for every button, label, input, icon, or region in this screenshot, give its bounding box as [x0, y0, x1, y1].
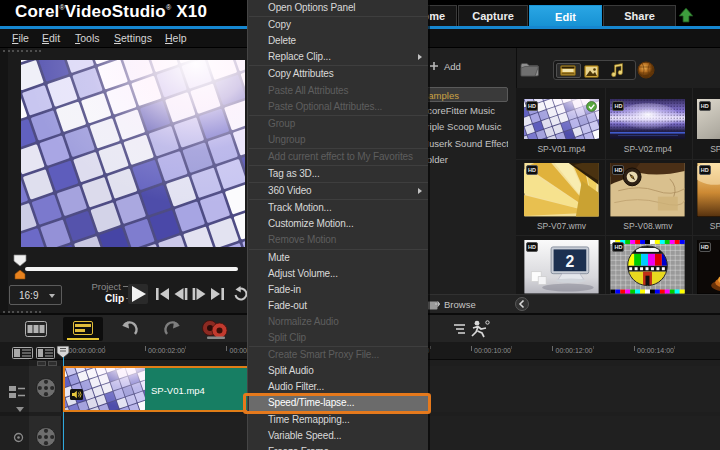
context-menu-item[interactable]: Tag as 3D...: [249, 166, 428, 182]
play-mode-clip[interactable]: Clip: [0, 293, 124, 304]
overlay-track-header[interactable]: [29, 416, 62, 450]
context-menu-item[interactable]: Open Options Panel: [249, 0, 428, 16]
context-menu-item[interactable]: Adjust Volume...: [249, 266, 428, 282]
ruler-tick: [185, 346, 186, 349]
home-button[interactable]: [156, 288, 169, 300]
menubar-item-help[interactable]: Help: [165, 32, 187, 44]
ripple-edit-icon[interactable]: [13, 432, 24, 443]
menubar-item-edit[interactable]: Edit: [42, 32, 60, 44]
hd-badge: HD: [526, 165, 538, 175]
library-folder-2[interactable]: ScoreFitter Music: [417, 103, 508, 118]
track-shrink-button[interactable]: [37, 361, 46, 366]
play-mode-project[interactable]: Project: [0, 281, 121, 292]
ruler-tick: [104, 346, 105, 349]
menu-item-label: Audio Filter...: [268, 381, 324, 392]
context-menu-item[interactable]: Split Audio: [249, 363, 428, 379]
menu-item-label: Paste Optional Attributes...: [268, 101, 382, 112]
track-list-icon[interactable]: [12, 347, 33, 359]
context-menu-item[interactable]: Freeze Frame: [249, 444, 428, 450]
audio-filter-button[interactable]: [610, 62, 625, 82]
panel-drag-handle[interactable]: [3, 50, 41, 52]
context-menu-item[interactable]: Fade-in: [249, 282, 428, 298]
context-menu-item[interactable]: Customize Motion...: [249, 216, 428, 232]
context-menu-item[interactable]: Copy: [249, 17, 428, 33]
trim-start-handle[interactable]: [14, 270, 26, 280]
chevron-down-icon[interactable]: [16, 407, 24, 412]
menubar-item-file[interactable]: File: [12, 32, 29, 44]
context-menu-item[interactable]: Mute: [249, 250, 428, 266]
previous-frame-button[interactable]: [174, 288, 188, 300]
clip-audio-icon: [70, 389, 83, 400]
track-grow-button[interactable]: [48, 361, 57, 366]
library-folder-5[interactable]: Folder: [417, 152, 508, 167]
context-menu-item[interactable]: Variable Speed...: [249, 428, 428, 444]
track-swap-icon[interactable]: [8, 385, 26, 399]
browse-button[interactable]: Browse: [444, 299, 476, 310]
add-folder-button[interactable]: Add: [444, 61, 461, 72]
redo-icon[interactable]: [163, 320, 183, 338]
chevron-left-icon: [516, 298, 528, 310]
upload-arrow-icon[interactable]: [678, 8, 694, 23]
media-thumbnail[interactable]: HD: [610, 99, 685, 139]
tab-edit[interactable]: Edit: [529, 5, 602, 28]
selected-check-icon: [586, 101, 597, 112]
repeat-button[interactable]: [233, 286, 248, 301]
context-menu-item[interactable]: 360 Video: [249, 183, 428, 199]
menu-item-label: Open Options Panel: [268, 2, 355, 13]
highlight-annotation: [243, 393, 431, 415]
media-thumbnail[interactable]: 2 HD: [524, 240, 599, 294]
media-thumbnail[interactable]: HD: [524, 99, 599, 139]
media-name: SP-V01.mp4: [518, 144, 605, 154]
film-reel-icon: [35, 377, 57, 399]
ruler-tick: [430, 346, 431, 349]
timeline-view-button[interactable]: [63, 317, 103, 341]
undo-icon[interactable]: [119, 320, 139, 338]
motion-tracking-icon[interactable]: [453, 320, 491, 338]
ruler-timestamp: 00:00:14:00: [637, 347, 674, 354]
menubar-item-tools[interactable]: Tools: [75, 32, 100, 44]
media-thumbnail[interactable]: HD: [610, 163, 685, 217]
context-menu-item[interactable]: Track Motion...: [249, 200, 428, 216]
media-thumbnail[interactable]: HD: [524, 163, 599, 217]
end-button[interactable]: [211, 288, 224, 300]
tab-share[interactable]: Share: [603, 5, 676, 26]
collapse-list-button[interactable]: [515, 297, 529, 311]
library-folder-3[interactable]: Triple Scoop Music: [417, 119, 508, 134]
storyboard-view-icon[interactable]: [25, 321, 47, 337]
media-sphere-icon[interactable]: [637, 61, 655, 79]
video-track-header[interactable]: [29, 366, 62, 412]
tab-label: Edit: [555, 11, 576, 23]
add-icon: [429, 61, 439, 71]
next-frame-button[interactable]: [192, 288, 206, 300]
media-filter-group: [553, 60, 636, 80]
menu-item-label: Customize Motion...: [268, 218, 354, 229]
context-menu-item[interactable]: Copy Attributes: [249, 66, 428, 82]
ruler-timestamp: 00:00:00:00: [69, 347, 106, 354]
menubar-item-settings[interactable]: Settings: [114, 32, 152, 44]
videos-filter-icon: [560, 65, 576, 76]
context-menu-item[interactable]: Fade-out: [249, 298, 428, 314]
brand-name: Corel: [15, 2, 59, 21]
videos-filter-button[interactable]: [556, 63, 581, 78]
track-manager-icon[interactable]: [36, 347, 55, 359]
menu-item-label: Add current effect to My Favorites: [268, 151, 413, 162]
folder-icon[interactable]: [520, 61, 540, 78]
context-menu-item: Paste Optional Attributes...: [249, 99, 428, 115]
media-thumbnail[interactable]: HD: [697, 240, 720, 294]
photos-filter-button[interactable]: [584, 64, 599, 82]
hd-badge: HD: [526, 242, 538, 252]
scrubber-marker[interactable]: [13, 254, 27, 267]
media-thumbnail[interactable]: HD: [610, 240, 685, 294]
library-folder-4[interactable]: Muserk Sound Effect: [417, 136, 508, 151]
record-capture-icon[interactable]: [201, 319, 228, 340]
play-button[interactable]: [128, 284, 148, 304]
context-menu-item[interactable]: Delete: [249, 33, 428, 49]
tab-capture[interactable]: Capture: [458, 5, 528, 26]
media-thumbnail[interactable]: HD: [697, 99, 720, 139]
film-reel-icon: [35, 426, 57, 448]
context-menu-item[interactable]: Replace Clip...: [249, 49, 428, 65]
trim-bar[interactable]: [25, 267, 238, 271]
timeline-drag-handle[interactable]: [3, 311, 41, 313]
library-folder-1[interactable]: Samples: [417, 87, 508, 102]
media-thumbnail[interactable]: HD: [697, 163, 720, 217]
